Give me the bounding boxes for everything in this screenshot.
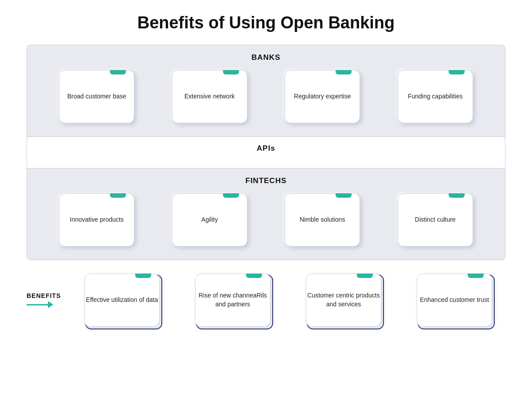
apis-section: APIs <box>27 137 505 168</box>
fintech-card-3: Nimble solutions <box>285 193 360 246</box>
fintech-card-4: Distinct culture <box>398 193 473 246</box>
benefits-row: BENEFITS Effective utilization of data R… <box>27 274 505 327</box>
fintech-card-2-text: Agility <box>201 215 218 224</box>
bank-card-3: Regulatory expertise <box>285 70 360 123</box>
fintech-card-3-text: Nimble solutions <box>300 215 345 224</box>
bank-card-1-text: Broad customer base <box>67 92 126 101</box>
fintechs-cards-row: Innovative products Agility Nimble solut… <box>45 193 487 246</box>
page-title: Benefits of Using Open Banking <box>137 13 395 32</box>
benefit-card-2: Rise of new channeaRils and partners <box>195 274 270 327</box>
benefit-card-2-text: Rise of new channeaRils and partners <box>196 291 270 309</box>
banks-cards-row: Broad customer base Extensive network Re… <box>45 70 487 123</box>
benefit-card-3: Customer centric products and services <box>306 274 381 327</box>
banks-section: BANKS Broad customer base Extensive netw… <box>27 45 505 137</box>
bank-card-3-text: Regulatory expertise <box>294 92 351 101</box>
bank-card-1: Broad customer base <box>59 70 134 123</box>
benefits-arrow <box>27 301 53 308</box>
bank-card-2: Extensive network <box>172 70 247 123</box>
benefit-card-3-text: Customer centric products and services <box>306 291 381 309</box>
fintech-card-2: Agility <box>172 193 247 246</box>
fintech-card-1-text: Innovative products <box>70 215 124 224</box>
benefit-card-4-text: Enhanced customer trust <box>420 296 489 305</box>
main-container: BANKS Broad customer base Extensive netw… <box>27 45 505 260</box>
benefit-card-1-text: Effective utilization of data <box>86 296 158 305</box>
bank-card-4: Funding capabilities <box>398 70 473 123</box>
benefits-label-container: BENEFITS <box>27 292 62 308</box>
bank-card-4-text: Funding capabilities <box>408 92 463 101</box>
fintech-card-1: Innovative products <box>59 193 134 246</box>
benefits-cards: Effective utilization of data Rise of ne… <box>71 274 505 327</box>
benefit-card-4: Enhanced customer trust <box>417 274 492 327</box>
fintechs-title: FINTECHS <box>45 176 487 185</box>
fintechs-section: FINTECHS Innovative products Agility Nim… <box>27 168 505 260</box>
fintech-card-4-text: Distinct culture <box>415 215 456 224</box>
benefit-card-1: Effective utilization of data <box>84 274 160 327</box>
benefits-label: BENEFITS <box>27 292 61 299</box>
bank-card-2-text: Extensive network <box>184 92 235 101</box>
apis-title: APIs <box>45 144 487 153</box>
arrow-line <box>27 304 48 305</box>
banks-title: BANKS <box>45 53 487 62</box>
arrow-head <box>48 301 53 308</box>
